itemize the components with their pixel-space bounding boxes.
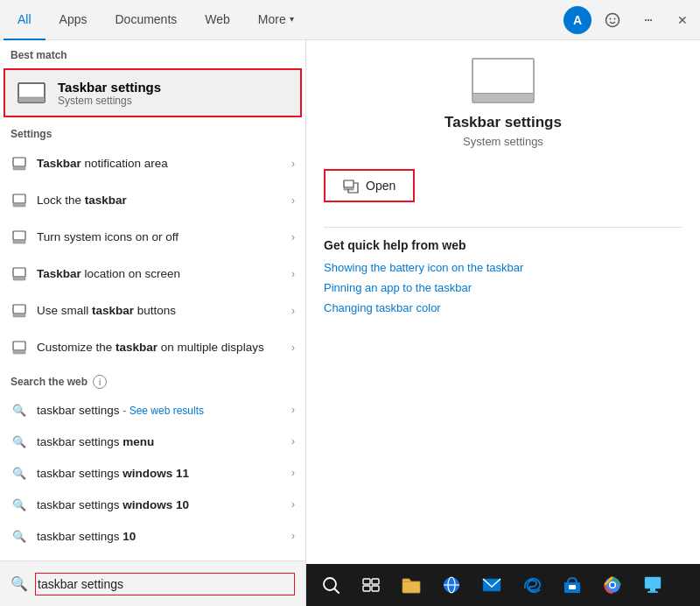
divider [324, 227, 682, 228]
taskbar-settings-icon [16, 77, 47, 109]
taskbar-edge-icon[interactable] [514, 567, 550, 602]
svg-rect-16 [13, 350, 25, 354]
list-item[interactable]: Turn system icons on or off › [0, 219, 305, 256]
svg-rect-21 [363, 579, 370, 584]
list-item[interactable]: Use small taskbar buttons › [0, 292, 305, 329]
search-icon: 🔍 [10, 496, 28, 513]
chevron-right-icon: › [291, 404, 295, 416]
svg-rect-22 [372, 579, 379, 584]
search-input[interactable] [35, 573, 295, 595]
best-match-subtitle: System settings [58, 95, 161, 107]
svg-rect-4 [18, 97, 45, 102]
svg-rect-15 [13, 342, 25, 350]
taskbar-ms-store-icon[interactable] [555, 567, 590, 602]
chevron-right-icon: › [291, 305, 295, 317]
avatar[interactable]: A [564, 6, 592, 34]
left-panel: Best match Taskbar settings System setti… [0, 40, 306, 606]
taskbar-bar [473, 93, 533, 102]
settings-item-icon [10, 192, 28, 209]
taskbar-taskview-icon[interactable] [354, 567, 388, 602]
svg-rect-9 [13, 231, 25, 240]
settings-item-icon [10, 339, 28, 356]
help-link[interactable]: Changing taskbar color [324, 301, 682, 314]
chevron-right-icon: › [291, 498, 295, 511]
right-app-title: Taskbar settings [444, 114, 562, 131]
settings-item-icon [10, 229, 28, 246]
list-item[interactable]: Taskbar notification area › [0, 145, 305, 182]
chevron-right-icon: › [291, 158, 295, 170]
more-options-icon[interactable]: ··· [634, 6, 662, 34]
chevron-right-icon: › [291, 342, 295, 354]
tab-all[interactable]: All [4, 0, 46, 40]
web-item-text: taskbar settings 10 [37, 530, 283, 543]
svg-rect-5 [13, 158, 25, 166]
list-item[interactable]: Taskbar location on screen › [0, 256, 305, 292]
taskbar-mail-icon[interactable] [474, 567, 509, 602]
search-icon: 🔍 [10, 464, 28, 482]
svg-line-20 [335, 589, 340, 594]
open-icon [343, 178, 359, 194]
settings-item-text: Lock the taskbar [37, 193, 283, 208]
web-item-text: taskbar settings windows 10 [37, 498, 283, 511]
svg-rect-7 [13, 194, 25, 203]
chevron-right-icon: › [291, 268, 295, 280]
system-taskbar [306, 564, 700, 606]
web-item-text: taskbar settings windows 11 [37, 467, 283, 480]
feedback-icon[interactable] [598, 6, 626, 34]
best-match-item[interactable]: Taskbar settings System settings [4, 68, 302, 117]
info-icon[interactable]: i [93, 375, 107, 389]
list-item[interactable]: Lock the taskbar › [0, 182, 305, 219]
taskbar-chrome-icon[interactable] [595, 567, 630, 602]
taskbar-explorer-icon[interactable] [394, 567, 429, 602]
svg-rect-11 [13, 268, 25, 277]
web-item[interactable]: 🔍 taskbar settings 10 › [0, 520, 305, 552]
close-icon[interactable]: ✕ [668, 6, 696, 34]
settings-item-text: Use small taskbar buttons [37, 303, 283, 319]
svg-rect-23 [363, 586, 370, 591]
search-icon: 🔍 [10, 433, 28, 450]
settings-item-text-turn-icons: Turn system icons on or off [37, 229, 283, 245]
settings-label: Settings [0, 119, 305, 145]
svg-rect-14 [13, 314, 25, 317]
taskbar-store-ie-icon[interactable] [434, 567, 469, 602]
svg-point-2 [614, 18, 616, 19]
web-item[interactable]: 🔍 taskbar settings windows 11 › [0, 457, 305, 489]
settings-item-icon [10, 265, 28, 283]
chevron-right-icon: › [291, 530, 295, 542]
chevron-right-icon: › [291, 194, 295, 207]
best-match-title: Taskbar settings [58, 80, 161, 95]
list-item[interactable]: Customize the taskbar on multiple displa… [0, 329, 305, 366]
taskbar-search-icon[interactable] [313, 567, 348, 602]
chevron-down-icon: ▾ [290, 14, 294, 24]
help-link[interactable]: Showing the battery icon on the taskbar [324, 261, 682, 274]
taskbar-network-icon[interactable] [635, 567, 670, 602]
taskbar-preview-icon [472, 58, 535, 103]
tab-apps[interactable]: Apps [46, 0, 102, 40]
tab-documents[interactable]: Documents [101, 0, 191, 40]
svg-rect-25 [402, 581, 420, 593]
svg-rect-37 [648, 591, 658, 593]
main-content: Best match Taskbar settings System setti… [0, 40, 700, 606]
tab-more[interactable]: More ▾ [244, 0, 308, 40]
web-item[interactable]: 🔍 taskbar settings menu › [0, 426, 305, 457]
tab-web[interactable]: Web [191, 0, 244, 40]
web-search-section-header: Search the web i [0, 366, 305, 394]
svg-point-34 [611, 583, 615, 588]
web-item[interactable]: 🔍 taskbar settings windows 10 › [0, 489, 305, 520]
svg-rect-35 [645, 577, 661, 588]
search-icon: 🔍 [10, 527, 28, 545]
svg-point-0 [606, 13, 620, 26]
settings-item-icon [10, 155, 28, 173]
nav-right-controls: A ··· ✕ [564, 6, 696, 34]
svg-rect-24 [372, 586, 379, 591]
settings-item-text: Taskbar location on screen [37, 266, 283, 282]
open-button[interactable]: Open [324, 169, 415, 202]
svg-rect-36 [650, 588, 655, 591]
web-item[interactable]: 🔍 taskbar settings - See web results › [0, 394, 305, 426]
settings-item-text: Customize the taskbar on multiple displa… [37, 340, 283, 356]
svg-rect-12 [13, 277, 25, 280]
web-search-label: Search the web [10, 376, 88, 388]
nav-bar: All Apps Documents Web More ▾ A [0, 0, 700, 40]
web-item-text: taskbar settings - See web results [37, 404, 283, 417]
help-link[interactable]: Pinning an app to the taskbar [324, 281, 682, 294]
